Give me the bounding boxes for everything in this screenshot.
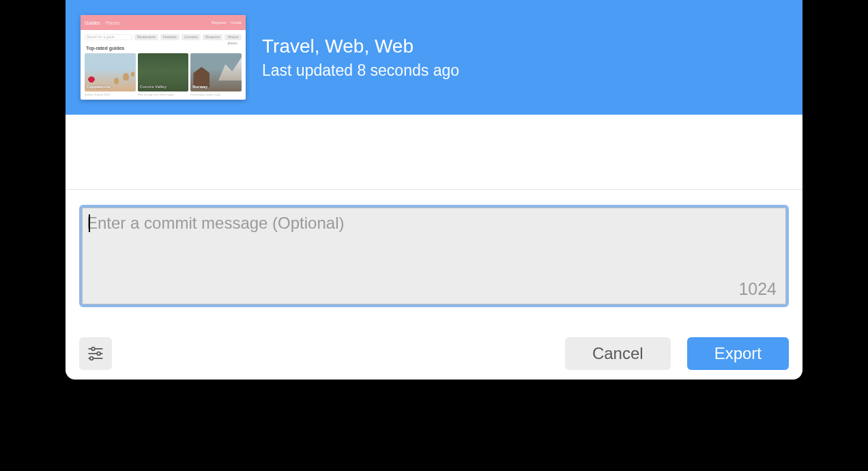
- thumb-nav-right-2: Guide: [231, 20, 242, 25]
- dialog-header: Guides Places Register Guide Search for …: [66, 0, 802, 115]
- commit-message-wrap: 1024: [79, 205, 789, 307]
- thumb-card-label: Cappadocia: [87, 85, 110, 89]
- thumb-card: Norway: [190, 53, 242, 91]
- commit-message-input[interactable]: [82, 208, 786, 304]
- cancel-button[interactable]: Cancel: [565, 337, 671, 370]
- svg-point-3: [97, 352, 100, 356]
- thumb-nav-secondary: Places: [105, 20, 119, 25]
- thumb-tag: Museums: [203, 34, 223, 40]
- thumb-caption: Hike through the coffee region: [138, 93, 189, 96]
- svg-point-1: [91, 347, 95, 351]
- dialog-footer: Cancel Export: [66, 328, 802, 380]
- export-settings-button[interactable]: [79, 337, 112, 370]
- thumb-card-label: Norway: [192, 85, 207, 89]
- char-counter: 1024: [738, 279, 777, 299]
- dialog-body-spacer: [66, 115, 802, 190]
- project-title: Travel, Web, Web: [262, 35, 459, 57]
- thumb-tag: Restaurants: [134, 34, 158, 40]
- thumb-card: Cappadocia: [85, 53, 136, 91]
- svg-point-5: [90, 357, 93, 360]
- thumb-nav-primary: Guides: [85, 20, 100, 25]
- thumb-card: Cocora Valley: [138, 53, 189, 91]
- thumb-searchbox: Search for a guide: [85, 34, 132, 40]
- thumb-caption: Balloon festival 2019: [85, 93, 136, 96]
- thumb-caption: Picturesque nordic coast: [190, 93, 242, 96]
- thumb-tag: Concerts: [182, 34, 201, 40]
- thumb-nav-right-1: Register: [212, 20, 227, 25]
- sliders-icon: [86, 344, 105, 363]
- export-dialog: Guides Places Register Guide Search for …: [66, 0, 802, 380]
- project-updated-label: Last updated 8 seconds ago: [262, 61, 459, 80]
- thumb-tag: Festivals: [160, 34, 179, 40]
- thumb-section-title: Top-rated guides: [86, 46, 240, 51]
- export-button[interactable]: Export: [687, 337, 789, 370]
- project-thumbnail: Guides Places Register Guide Search for …: [81, 15, 246, 100]
- thumb-card-label: Cocora Valley: [140, 85, 167, 89]
- text-caret: [89, 214, 90, 232]
- thumb-tag: Historic places: [225, 34, 242, 40]
